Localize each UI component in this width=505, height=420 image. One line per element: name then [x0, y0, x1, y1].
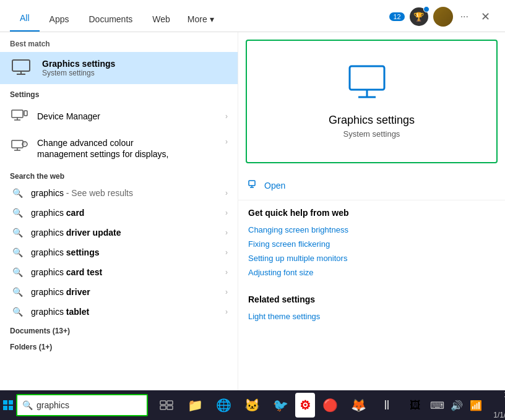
chevron-right-web-6: › [225, 307, 228, 316]
app-icon-4[interactable]: 🐦 [267, 393, 294, 418]
search-icon-0: 🔍 [10, 188, 25, 198]
web-search-item-6[interactable]: 🔍 graphics tablet › [0, 302, 238, 322]
taskbar: 🔍 📁 🌐 🐱 🐦 ⚙ 🔴 🦊 Ⅱ 🖼 ⌨ 🔊 📶 10:30 AM 1/1/2… [0, 390, 505, 420]
more-options-button[interactable]: ··· [458, 9, 471, 25]
tab-apps[interactable]: Apps [40, 7, 79, 32]
app-icon-6[interactable]: 🔴 [316, 393, 343, 418]
tray-icon-3[interactable]: 📶 [467, 396, 484, 414]
help-link-2[interactable]: Setting up multiple monitors [248, 251, 495, 265]
app-icon-9[interactable]: 🖼 [402, 393, 429, 418]
chevron-down-icon: ▾ [210, 14, 214, 24]
help-link-0[interactable]: Changing screen brightness [248, 223, 495, 237]
start-button[interactable] [2, 393, 14, 418]
search-icon-5: 🔍 [10, 287, 25, 297]
web-search-item-2[interactable]: 🔍 graphics driver update › [0, 223, 238, 242]
web-search-text-6: graphics tablet [31, 307, 219, 317]
taskbar-search-icon: 🔍 [22, 400, 33, 410]
colour-management-item[interactable]: Change advanced colour management settin… [0, 131, 238, 166]
svg-rect-0 [12, 60, 30, 71]
quick-help-section: Get quick help from web Changing screen … [238, 200, 505, 287]
chrome-button[interactable]: 🌐 [210, 393, 237, 418]
tab-documents[interactable]: Documents [79, 7, 142, 32]
web-search-item-3[interactable]: 🔍 graphics settings › [0, 242, 238, 262]
web-search-text-5: graphics driver [31, 287, 219, 297]
settings-section-header: Settings [0, 84, 238, 101]
svg-rect-11 [350, 66, 384, 90]
web-search-header: Search the web [0, 166, 238, 183]
web-search-text-3: graphics settings [31, 247, 219, 257]
help-link-1[interactable]: Fixing screen flickering [248, 237, 495, 251]
search-icon-4: 🔍 [10, 267, 25, 277]
chevron-right-web-2: › [225, 228, 228, 237]
app-icon-5[interactable]: ⚙ [295, 393, 315, 418]
web-search-text-4: graphics card test [31, 267, 219, 277]
best-match-header: Best match [0, 32, 238, 52]
folders-header: Folders (1+) [0, 338, 238, 354]
web-search-text-1: graphics card [31, 208, 219, 218]
score-badge: 12 [389, 12, 404, 21]
colour-management-icon [10, 137, 30, 155]
search-icon-6: 🔍 [10, 307, 25, 317]
web-search-text-2: graphics driver update [31, 228, 219, 238]
open-button[interactable]: Open [248, 176, 495, 195]
task-view-button[interactable] [153, 393, 180, 418]
tab-web[interactable]: Web [142, 7, 180, 32]
colour-management-label: Change advanced colour management settin… [37, 137, 218, 160]
user-avatar[interactable] [433, 7, 453, 27]
svg-rect-7 [12, 140, 23, 148]
best-match-subtitle: System settings [42, 69, 115, 77]
chevron-right-icon-2: › [225, 137, 228, 146]
file-explorer-button[interactable]: 📁 [181, 393, 209, 418]
clock-display[interactable]: 10:30 AM 1/1/2024 [487, 390, 505, 420]
date: 1/1/2024 [492, 410, 505, 420]
svg-rect-20 [9, 406, 13, 410]
device-manager-item[interactable]: Device Manager › [0, 101, 238, 131]
device-manager-icon [10, 108, 30, 125]
trophy-button[interactable]: 🏆 [410, 7, 428, 26]
app-icon-7[interactable]: 🦊 [345, 393, 372, 418]
close-button[interactable]: ✕ [476, 7, 495, 26]
chevron-right-icon: › [225, 112, 228, 121]
web-search-item-0[interactable]: 🔍 graphics - See web results › [0, 183, 238, 203]
taskbar-pinned-icons: 📁 🌐 🐱 🐦 ⚙ 🔴 🦊 Ⅱ 🖼 [153, 393, 429, 418]
open-label: Open [264, 181, 285, 191]
svg-rect-22 [167, 401, 173, 405]
search-popup: All Apps Documents Web More ▾ 12 🏆 ··· ✕… [0, 0, 505, 390]
help-link-3[interactable]: Adjusting font size [248, 265, 495, 280]
web-search-item-1[interactable]: 🔍 graphics card › [0, 203, 238, 223]
svg-rect-18 [9, 400, 13, 405]
taskbar-search-input[interactable] [37, 400, 142, 410]
web-search-item-4[interactable]: 🔍 graphics card test › [0, 262, 238, 282]
main-content: Best match Graphics settings System sett… [0, 32, 505, 390]
quick-help-title: Get quick help from web [248, 208, 495, 218]
related-settings-title: Related settings [248, 294, 495, 304]
svg-rect-24 [167, 406, 173, 409]
svg-rect-19 [3, 406, 7, 410]
related-settings-section: Related settings Light theme settings [238, 287, 505, 331]
device-manager-label: Device Manager [37, 111, 218, 122]
search-icon-2: 🔍 [10, 228, 25, 238]
tab-all[interactable]: All [10, 6, 40, 32]
tab-more[interactable]: More ▾ [180, 7, 222, 32]
web-search-text-0: graphics - See web results [31, 188, 219, 198]
search-icon-3: 🔍 [10, 247, 25, 257]
svg-rect-3 [12, 110, 23, 118]
related-link-0[interactable]: Light theme settings [248, 309, 495, 324]
svg-rect-14 [249, 181, 255, 186]
tab-bar: All Apps Documents Web More ▾ 12 🏆 ··· ✕ [0, 0, 505, 32]
best-match-title: Graphics settings [42, 59, 115, 69]
featured-title: Graphics settings [329, 114, 415, 127]
web-search-item-5[interactable]: 🔍 graphics driver › [0, 282, 238, 302]
best-match-item[interactable]: Graphics settings System settings [0, 52, 238, 84]
app-icon-3[interactable]: 🐱 [238, 393, 265, 418]
tray-icon-1[interactable]: ⌨ [429, 396, 446, 414]
taskbar-search-bar[interactable]: 🔍 [16, 394, 148, 416]
chevron-right-web-0: › [225, 189, 228, 197]
app-icon-8[interactable]: Ⅱ [373, 393, 400, 418]
left-panel: Best match Graphics settings System sett… [0, 32, 238, 390]
graphics-settings-list-icon [10, 58, 35, 78]
tray-icon-2[interactable]: 🔊 [448, 396, 465, 414]
svg-rect-21 [160, 401, 166, 405]
open-icon [248, 179, 259, 191]
chevron-right-web-3: › [225, 248, 228, 257]
